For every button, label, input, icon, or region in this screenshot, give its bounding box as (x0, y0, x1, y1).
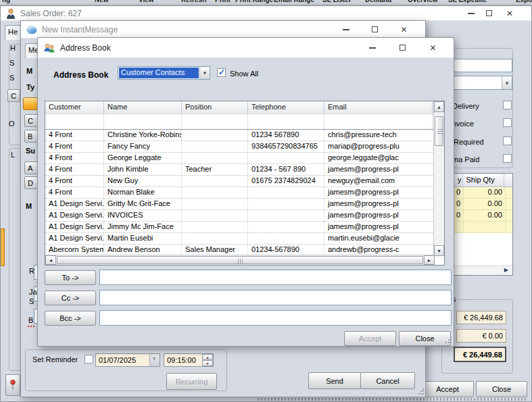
table-cell[interactable]: 01234 - 567 890 (248, 164, 324, 175)
table-cell[interactable]: INVOICES (104, 210, 182, 221)
table-cell[interactable]: jamesm@progress-pl (324, 199, 433, 209)
maximize-button[interactable] (387, 38, 418, 57)
accept-button[interactable]: Accept (344, 331, 396, 346)
table-cell[interactable]: Martin Eusebi (104, 233, 182, 244)
table-cell[interactable]: 4 Front (45, 187, 104, 198)
table-cell[interactable]: Fancy Fancy (104, 141, 182, 152)
filter-cell[interactable] (324, 114, 433, 129)
im-orange-button-fragment[interactable] (23, 97, 38, 110)
table-cell[interactable] (248, 187, 324, 198)
table-cell[interactable]: 4 Front (45, 176, 104, 186)
reminder-date-field[interactable]: 01/07/2025 ▾ (95, 353, 160, 367)
vertical-scroll-thumb[interactable] (435, 116, 443, 146)
im-button-fragment[interactable]: D (24, 176, 38, 189)
set-reminder-checkbox[interactable] (84, 355, 93, 363)
table-cell[interactable] (182, 210, 248, 221)
table-cell[interactable]: Norman Blake (104, 187, 182, 198)
table-row[interactable]: A1 Design Servi...INVOICESjamesm@progres… (45, 210, 444, 222)
table-cell[interactable] (182, 130, 248, 141)
minimize-button[interactable] (462, 6, 480, 20)
grid-row[interactable]: 0 0.00 (445, 210, 512, 222)
table-cell[interactable]: A1 Design Servi... (45, 222, 104, 232)
table-cell[interactable] (248, 210, 324, 221)
left-button-fragment[interactable]: C (7, 89, 20, 102)
bcc-button[interactable]: Bcc -> (45, 311, 96, 326)
im-button-fragment[interactable]: C (24, 114, 38, 127)
resize-grip[interactable] (417, 388, 424, 395)
recurring-button[interactable]: Recurring (166, 373, 217, 390)
table-cell[interactable]: andrewb@progress-c (324, 245, 433, 255)
pin-button[interactable] (5, 374, 20, 396)
table-row[interactable]: A1 Design Servi...Jimmy Mc Jim-Facejames… (45, 222, 444, 233)
column-header[interactable]: Customer (45, 101, 104, 114)
column-header[interactable]: Email (324, 101, 433, 114)
address-book-combo[interactable]: Customer Contacts (118, 66, 210, 80)
table-cell[interactable]: A1 Design Servi... (45, 233, 104, 244)
table-row[interactable]: 4 FrontNorman Blakejamesm@progress-pl (45, 187, 444, 199)
table-cell[interactable]: newguy@email.com (324, 176, 433, 186)
table-row[interactable]: A1 Design Servi...Martin Eusebimartin.eu… (45, 233, 444, 245)
table-cell[interactable]: chris@pressure-tech (324, 130, 433, 141)
table-row[interactable]: 4 FrontGeorge Leggategeorge.leggate@glac (45, 153, 444, 164)
table-row[interactable]: 4 FrontFancy Fancy9384657290834765mariap… (45, 141, 444, 153)
filter-cell[interactable] (104, 114, 182, 129)
close-button[interactable] (389, 21, 418, 38)
horizontal-scrollbar[interactable] (45, 255, 435, 265)
table-cell[interactable]: george.leggate@glac (324, 153, 433, 164)
table-cell[interactable]: jamesm@progress-pl (324, 187, 433, 198)
invoice-checkbox[interactable] (503, 118, 512, 127)
time-spinner[interactable] (202, 354, 213, 366)
table-cell[interactable]: Jimmy Mc Jim-Face (104, 222, 182, 232)
delivery-checkbox[interactable] (503, 101, 512, 109)
proforma-paid-checkbox[interactable] (503, 154, 512, 163)
cc-button[interactable]: Cc -> (45, 291, 96, 305)
show-all-checkbox[interactable] (217, 68, 226, 77)
table-cell[interactable]: 4 Front (45, 164, 104, 175)
scroll-up-icon[interactable] (434, 101, 444, 112)
table-cell[interactable]: 01234-567890 (248, 245, 324, 255)
table-cell[interactable] (182, 222, 248, 232)
table-cell[interactable]: martin.eusebi@glacie (324, 233, 433, 244)
table-cell[interactable]: 4 Front (45, 130, 104, 141)
spinner-down-icon[interactable] (202, 360, 213, 366)
table-cell[interactable] (182, 176, 248, 186)
table-cell[interactable]: jamesm@progress-pl (324, 164, 433, 175)
address-book-titlebar[interactable]: Address Book (38, 38, 454, 58)
cc-input[interactable] (99, 290, 452, 305)
table-cell[interactable] (182, 199, 248, 209)
contacts-filter-row[interactable] (45, 114, 444, 130)
table-cell[interactable]: 4 Front (45, 141, 104, 152)
date-dropdown-icon[interactable]: ▾ (149, 354, 160, 366)
spinner-up-icon[interactable] (202, 354, 213, 360)
table-cell[interactable]: Sales Manager (182, 245, 248, 255)
table-cell[interactable]: A1 Design Servi... (45, 199, 104, 209)
table-cell[interactable]: Abercorn System (45, 245, 104, 255)
im-button-fragment[interactable]: B (24, 130, 38, 143)
reminder-time-field[interactable]: 09:15:00 (164, 353, 214, 367)
bcc-input[interactable] (99, 310, 452, 326)
table-cell[interactable]: 9384657290834765 (248, 141, 324, 152)
combo-arrow-icon[interactable] (199, 67, 210, 79)
close-button[interactable] (498, 6, 522, 20)
table-row[interactable]: 4 FrontChristine Yorke-Robinson01234 567… (45, 130, 444, 141)
tab-message[interactable]: Me (25, 43, 38, 58)
table-cell[interactable]: John Kimble (104, 164, 182, 175)
scroll-right-icon[interactable] (424, 255, 435, 265)
table-cell[interactable]: Christine Yorke-Robinson (104, 130, 182, 141)
maximize-button[interactable] (360, 21, 389, 38)
table-cell[interactable] (248, 233, 324, 244)
column-header[interactable]: Position (182, 101, 248, 114)
table-cell[interactable] (182, 233, 248, 244)
close-button[interactable]: Close (476, 381, 527, 397)
table-cell[interactable] (248, 199, 324, 209)
resize-grip[interactable] (445, 337, 452, 344)
table-cell[interactable]: A1 Design Servi... (45, 210, 104, 221)
scroll-left-icon[interactable] (45, 255, 56, 265)
required-checkbox[interactable] (503, 136, 512, 145)
close-button[interactable] (418, 38, 448, 57)
table-cell[interactable]: 01234 567890 (248, 130, 324, 141)
table-cell[interactable] (248, 153, 324, 164)
table-cell[interactable] (182, 153, 248, 164)
maximize-button[interactable] (480, 6, 498, 20)
table-cell[interactable]: Andrew Benson (104, 245, 182, 255)
